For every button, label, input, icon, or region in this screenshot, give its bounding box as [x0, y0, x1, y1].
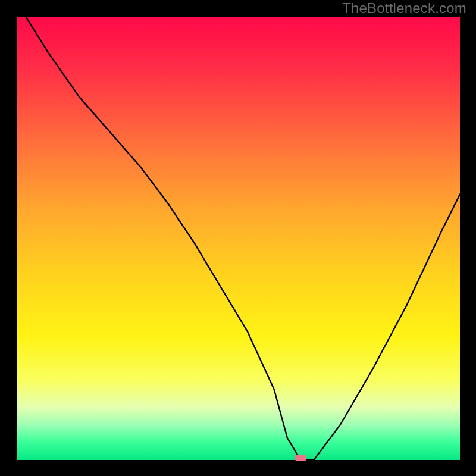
chart-background	[17, 17, 460, 460]
bottleneck-chart	[0, 0, 476, 476]
bottleneck-marker	[295, 455, 306, 461]
watermark-text: TheBottleneck.com	[342, 0, 466, 17]
chart-container: TheBottleneck.com	[0, 0, 476, 476]
